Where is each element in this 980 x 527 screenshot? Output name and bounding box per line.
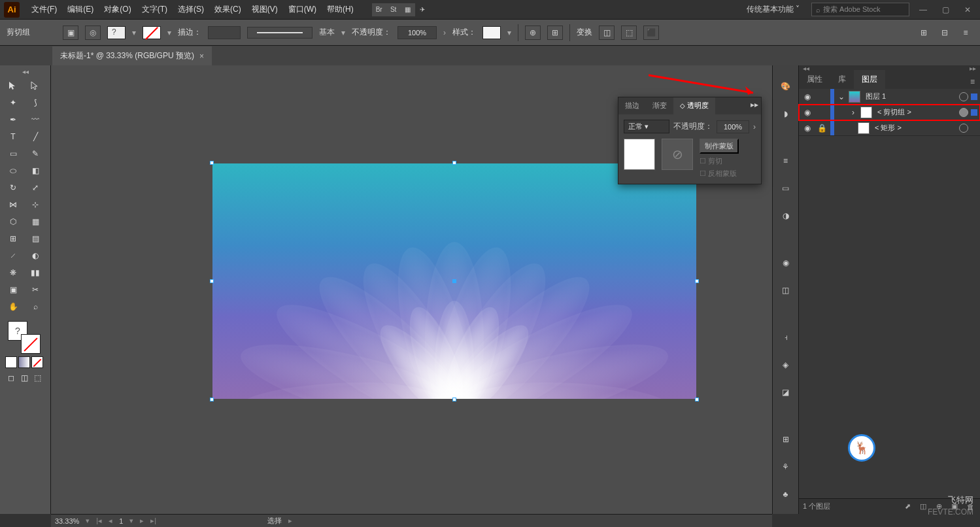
isolate-icon[interactable]: ⬚ <box>621 26 637 40</box>
document-tab[interactable]: 未标题-1* @ 33.33% (RGB/GPU 预览) × <box>52 46 212 65</box>
selection-handle[interactable] <box>695 279 699 283</box>
tab-libraries[interactable]: 库 <box>830 70 854 89</box>
swatches-panel-icon[interactable]: ♣ <box>778 486 794 502</box>
artboard-number[interactable]: 1 <box>119 517 123 525</box>
bbox-icon[interactable]: ▣ <box>63 26 78 40</box>
expand-arrow-icon[interactable]: › <box>849 108 858 117</box>
transparency-panel[interactable]: 描边 渐变 ◇ 透明度 ▸▸ 正常 ▾ 不透明度： › ⊘ 制作蒙版 ☐ 剪切 … <box>618 97 762 184</box>
stroke-profile[interactable]: 基本 <box>319 27 335 38</box>
symbols-panel-icon[interactable]: ⚘ <box>778 459 794 475</box>
magic-wand-tool[interactable]: ✦ <box>3 95 24 110</box>
recolor-icon[interactable]: ⊕ <box>525 26 541 40</box>
tab-properties[interactable]: 属性 <box>799 70 830 89</box>
rectangle-tool[interactable]: ▭ <box>3 146 24 162</box>
tab-layers[interactable]: 图层 <box>854 70 885 89</box>
panel-menu-icon[interactable]: ≡ <box>958 26 973 40</box>
gpu-button[interactable]: ✈ <box>415 3 430 16</box>
invert-mask-checkbox[interactable]: ☐ 反相蒙版 <box>700 169 739 178</box>
shape-icon[interactable]: ◫ <box>599 26 615 40</box>
stroke-color[interactable] <box>21 334 41 354</box>
tab-transparency[interactable]: ◇ 透明度 <box>673 97 715 114</box>
visibility-toggle[interactable]: ◉ <box>802 124 813 133</box>
visibility-toggle[interactable]: ◉ <box>802 92 813 101</box>
artboard-tool[interactable]: ▣ <box>3 282 24 298</box>
artwork-selection[interactable] <box>212 163 696 399</box>
fill-swatch[interactable]: ? <box>107 26 126 39</box>
bridge-button[interactable]: Br <box>372 3 386 16</box>
menu-edit[interactable]: 编辑(E) <box>62 4 99 15</box>
panel-toggle-2[interactable]: ⊟ <box>937 26 953 40</box>
align-panel-icon[interactable]: ⫞ <box>778 330 794 345</box>
selection-tool[interactable] <box>3 78 24 94</box>
width-tool[interactable]: ⋈ <box>3 197 24 212</box>
workspace-switcher[interactable]: 传统基本功能 ˅ <box>740 4 806 15</box>
menu-type[interactable]: 文字(T) <box>137 4 173 15</box>
pen-tool[interactable]: ✒ <box>3 112 24 128</box>
stroke-panel-icon[interactable]: ≡ <box>778 153 794 169</box>
opacity-input[interactable] <box>397 26 437 39</box>
search-stock-input[interactable]: ⌕ 搜索 Adobe Stock <box>811 3 909 16</box>
make-mask-button[interactable]: 制作蒙版 <box>700 139 739 154</box>
target-icon[interactable] <box>959 108 968 117</box>
free-transform-tool[interactable]: ⊹ <box>25 197 46 212</box>
gradient-panel-icon[interactable]: ▭ <box>778 180 794 196</box>
menu-window[interactable]: 窗口(W) <box>283 4 322 15</box>
zoom-level[interactable]: 33.33% <box>55 517 79 525</box>
layer-name[interactable]: 图层 1 <box>863 92 956 101</box>
paintbrush-tool[interactable]: ✎ <box>25 146 46 162</box>
fill-stroke-control[interactable]: ? <box>8 321 41 354</box>
zoom-tool[interactable]: ⌕ <box>25 299 46 314</box>
layer-name[interactable]: < 剪切组 > <box>875 107 956 117</box>
window-close[interactable]: ✕ <box>959 3 976 16</box>
arrange-button[interactable]: ▦ <box>401 3 415 16</box>
layer-row[interactable]: ◉ › < 剪切组 > <box>799 105 980 120</box>
expand-arrow-icon[interactable]: ⌄ <box>837 92 846 101</box>
window-minimize[interactable]: — <box>915 3 932 16</box>
style-swatch[interactable] <box>482 26 501 39</box>
menu-help[interactable]: 帮助(H) <box>322 4 359 15</box>
color-guide-icon[interactable]: ◗ <box>778 106 794 122</box>
draw-behind[interactable]: ◫ <box>18 372 30 384</box>
nav-next-icon[interactable]: ▸ <box>140 517 144 525</box>
panel-toggle-1[interactable]: ⊞ <box>916 26 932 40</box>
selection-handle[interactable] <box>210 398 214 401</box>
tab-stroke[interactable]: 描边 <box>618 97 646 114</box>
stroke-swatch[interactable] <box>143 26 161 39</box>
nav-last-icon[interactable]: ▸| <box>150 517 156 525</box>
draw-normal[interactable]: ◻ <box>5 372 17 384</box>
color-mode-fill[interactable] <box>5 356 17 368</box>
panel-menu-icon[interactable]: ≡ <box>965 75 980 89</box>
brushes-panel-icon[interactable]: ⊞ <box>778 432 794 447</box>
panel-close-icon[interactable]: ▸▸ <box>748 97 761 114</box>
graphic-styles-icon[interactable]: ◫ <box>778 282 794 298</box>
selection-handle[interactable] <box>452 398 456 401</box>
blend-mode-select[interactable]: 正常 ▾ <box>624 120 669 133</box>
layer-row[interactable]: ◉ 🔒 < 矩形 > <box>799 120 980 136</box>
edit-contents-icon[interactable]: ◎ <box>85 26 101 40</box>
symbol-sprayer-tool[interactable]: ❋ <box>3 265 24 280</box>
shaper-tool[interactable]: ⬭ <box>3 163 24 178</box>
selection-handle[interactable] <box>210 279 214 283</box>
menu-select[interactable]: 选择(S) <box>173 4 209 15</box>
rotate-tool[interactable]: ↻ <box>3 180 24 196</box>
direct-selection-tool[interactable] <box>25 78 46 94</box>
graph-tool[interactable]: ▮▮ <box>25 265 46 280</box>
object-thumbnail[interactable] <box>624 139 655 170</box>
menu-file[interactable]: 文件(F) <box>26 4 62 15</box>
mesh-tool[interactable]: ⊞ <box>3 231 24 246</box>
eraser-tool[interactable]: ◧ <box>25 163 46 178</box>
appearance-panel-icon[interactable]: ◉ <box>778 255 794 271</box>
selection-indicator[interactable] <box>971 109 977 116</box>
close-tab-icon[interactable]: × <box>199 52 204 61</box>
selection-handle[interactable] <box>695 398 699 401</box>
stroke-weight-input[interactable] <box>208 26 241 39</box>
menu-effect[interactable]: 效果(C) <box>209 4 246 15</box>
transform-label[interactable]: 变换 <box>577 27 592 38</box>
pathfinder-panel-icon[interactable]: ◪ <box>778 384 794 400</box>
lock-toggle[interactable]: 🔒 <box>816 124 828 133</box>
perspective-tool[interactable]: ▦ <box>25 214 46 230</box>
transparency-panel-icon[interactable]: ◑ <box>778 208 794 224</box>
clip-checkbox[interactable]: ☐ 剪切 <box>700 156 739 166</box>
scale-tool[interactable]: ⤢ <box>25 180 46 196</box>
selection-indicator[interactable] <box>971 94 977 100</box>
